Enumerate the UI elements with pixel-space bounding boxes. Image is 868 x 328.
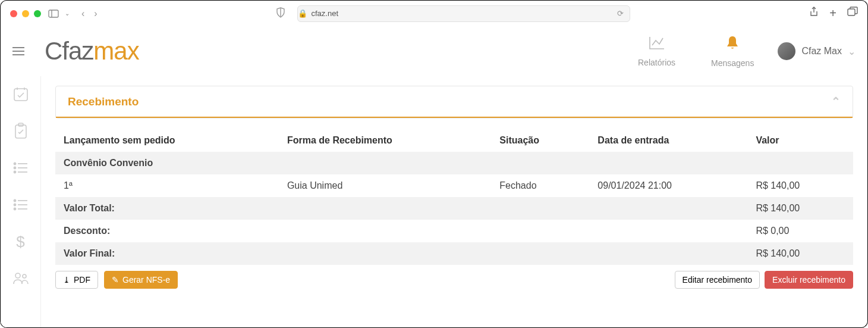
- maximize-window-button[interactable]: [34, 10, 41, 17]
- tabs-icon[interactable]: [847, 7, 858, 20]
- group-label: Convênio Convenio: [55, 152, 853, 174]
- close-window-button[interactable]: [10, 10, 17, 17]
- svg-rect-0: [49, 10, 58, 17]
- gerar-nfse-button[interactable]: ✎ Gerar NFS-e: [104, 271, 178, 289]
- browser-sidebar-toggle[interactable]: ⌄: [48, 10, 70, 18]
- menu-toggle-button[interactable]: [12, 47, 27, 55]
- desconto-row: Desconto: R$ 0,00: [55, 220, 853, 242]
- svg-point-15: [14, 204, 15, 206]
- svg-rect-4: [14, 89, 27, 101]
- chevron-down-icon: ⌄: [65, 10, 70, 17]
- chevron-up-icon: ⌃: [831, 95, 841, 108]
- shield-icon[interactable]: [276, 7, 285, 20]
- final-label: Valor Final:: [55, 242, 747, 265]
- dollar-icon: $: [16, 233, 24, 251]
- th-data: Data de entrada: [589, 129, 747, 152]
- browser-back-button[interactable]: ‹: [81, 8, 84, 19]
- total-label: Valor Total:: [55, 197, 747, 220]
- th-forma: Forma de Recebimento: [279, 129, 491, 152]
- cell-situacao: Fechado: [491, 174, 589, 197]
- avatar: [778, 42, 795, 60]
- address-bar[interactable]: 🔒 cfaz.net ⟳: [297, 5, 630, 22]
- nav-messages[interactable]: Mensagens: [711, 35, 754, 68]
- pdf-button[interactable]: ⤓ PDF: [55, 271, 98, 289]
- user-menu[interactable]: Cfaz Max ⌄: [778, 42, 856, 60]
- download-icon: ⤓: [63, 275, 70, 285]
- svg-point-19: [15, 273, 20, 278]
- svg-point-11: [14, 171, 15, 173]
- desconto-value: R$ 0,00: [747, 220, 853, 242]
- url-text: cfaz.net: [311, 9, 338, 18]
- th-lancamento: Lançamento sem pedido: [55, 129, 279, 152]
- sidebar-money[interactable]: $: [12, 233, 29, 250]
- minimize-window-button[interactable]: [22, 10, 29, 17]
- group-row: Convênio Convenio: [55, 152, 853, 174]
- th-situacao: Situação: [491, 129, 589, 152]
- bell-icon: [725, 35, 740, 55]
- cell-forma: Guia Unimed: [279, 174, 491, 197]
- final-row: Valor Final: R$ 140,00: [55, 242, 853, 265]
- user-name: Cfaz Max: [801, 46, 842, 57]
- sidebar-calendar[interactable]: [12, 86, 29, 102]
- panel-header[interactable]: Recebimento ⌃: [56, 86, 853, 118]
- recebimento-panel: Recebimento ⌃: [55, 86, 853, 118]
- browser-forward-button[interactable]: ›: [94, 8, 97, 19]
- reload-icon[interactable]: ⟳: [617, 9, 624, 18]
- actions-bar: ⤓ PDF ✎ Gerar NFS-e Editar recebimento E…: [55, 271, 853, 289]
- total-row: Valor Total: R$ 140,00: [55, 197, 853, 220]
- final-value: R$ 140,00: [747, 242, 853, 265]
- excluir-recebimento-button[interactable]: Excluir recebimento: [765, 271, 853, 289]
- edit-icon: ✎: [112, 275, 119, 285]
- app-topbar: Cfazmax Relatórios Mensagens Cfaz Max ⌄: [1, 26, 867, 76]
- svg-point-17: [14, 208, 15, 210]
- svg-point-20: [23, 274, 26, 278]
- lock-icon: 🔒: [298, 9, 307, 18]
- cell-data: 09/01/2024 21:00: [589, 174, 747, 197]
- desconto-label: Desconto:: [55, 220, 747, 242]
- table-row[interactable]: 1ª Guia Unimed Fechado 09/01/2024 21:00 …: [55, 174, 853, 197]
- th-valor: Valor: [747, 129, 853, 152]
- sidebar-people[interactable]: [12, 270, 29, 287]
- nav-messages-label: Mensagens: [711, 58, 754, 68]
- sidebar-clipboard[interactable]: [12, 123, 29, 139]
- cell-valor: R$ 140,00: [747, 174, 853, 197]
- sidebar-list-1[interactable]: [12, 160, 29, 176]
- nav-reports[interactable]: Relatórios: [638, 36, 675, 67]
- cell-lancamento: 1ª: [55, 174, 279, 197]
- recebimento-table: Lançamento sem pedido Forma de Recebimen…: [55, 129, 853, 265]
- app-logo[interactable]: Cfazmax: [45, 37, 139, 65]
- svg-point-13: [14, 200, 15, 202]
- chart-icon: [649, 36, 665, 54]
- editar-recebimento-button[interactable]: Editar recebimento: [675, 271, 760, 289]
- nav-reports-label: Relatórios: [638, 58, 675, 67]
- chevron-down-icon: ⌄: [848, 46, 856, 57]
- svg-point-7: [14, 163, 15, 165]
- total-value: R$ 140,00: [747, 197, 853, 220]
- share-icon[interactable]: [809, 7, 819, 20]
- new-tab-icon[interactable]: +: [829, 7, 836, 20]
- svg-point-9: [14, 167, 15, 169]
- svg-rect-3: [848, 9, 855, 15]
- browser-chrome: ⌄ ‹ › 🔒 cfaz.net ⟳ +: [0, 0, 868, 26]
- panel-title: Recebimento: [68, 95, 139, 108]
- traffic-lights: [10, 10, 41, 17]
- sidebar-list-2[interactable]: [12, 196, 29, 213]
